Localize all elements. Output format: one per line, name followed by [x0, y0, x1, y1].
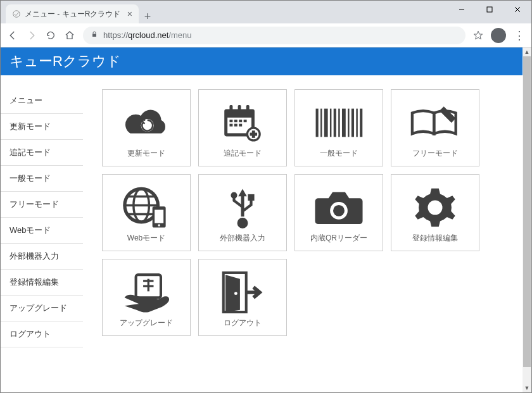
tile-label: 更新モード: [127, 148, 165, 159]
svg-point-47: [333, 204, 345, 216]
bookmark-star-icon[interactable]: [473, 30, 483, 41]
sidebar-item-edit-registration[interactable]: 登録情報編集: [1, 270, 83, 296]
sidebar-item-append-mode[interactable]: 追記モード: [1, 140, 83, 166]
svg-rect-24: [320, 108, 322, 137]
tile-upgrade[interactable]: アップグレード: [102, 259, 191, 336]
main-panel: 更新モード 追記モード 一般モード: [83, 75, 495, 347]
url-scheme: https://: [103, 30, 128, 40]
window-controls: [448, 1, 531, 18]
tile-edit-registration[interactable]: 登録情報編集: [391, 174, 479, 251]
globe-mobile-icon: [121, 182, 172, 233]
sidebar-item-label: 外部機器入力: [10, 251, 59, 261]
tile-label: 外部機器入力: [220, 233, 265, 244]
forward-button[interactable]: [26, 30, 37, 41]
minimize-button[interactable]: [448, 1, 476, 18]
sidebar-item-update-mode[interactable]: 更新モード: [1, 114, 83, 140]
page-viewport: キューRクラウド メニュー 更新モード 追記モード 一般モード フリーモード W…: [1, 47, 531, 392]
svg-point-44: [231, 192, 237, 198]
svg-rect-26: [330, 108, 331, 137]
tile-label: フリーモード: [412, 148, 458, 159]
book-edit-icon: [408, 97, 462, 148]
tile-external-input[interactable]: 外部機器入力: [198, 174, 287, 251]
svg-rect-28: [338, 108, 339, 137]
url-host: qrcloud.net: [128, 30, 168, 40]
scroll-down-icon[interactable]: ▼: [522, 384, 531, 392]
maximize-button[interactable]: [476, 1, 504, 18]
svg-rect-45: [248, 194, 254, 200]
tab-title: メニュー - キューRクラウド: [25, 9, 124, 20]
url-text: https://qrcloud.net/menu: [103, 30, 192, 40]
gear-icon: [412, 182, 458, 233]
tab-bar: メニュー - キューRクラウド × +: [1, 1, 531, 23]
tile-label: 登録情報編集: [412, 233, 458, 244]
svg-rect-30: [348, 108, 349, 137]
new-tab-button[interactable]: +: [139, 10, 156, 23]
sidebar-item-logout[interactable]: ログアウト: [1, 321, 83, 347]
tile-label: ログアウト: [224, 318, 262, 328]
hand-money-icon: [120, 267, 172, 318]
tile-web-mode[interactable]: Webモード: [102, 174, 191, 251]
tile-label: 一般モード: [320, 148, 358, 159]
sidebar-item-external-input[interactable]: 外部機器入力: [1, 244, 83, 270]
svg-rect-9: [229, 105, 232, 113]
sidebar-item-menu[interactable]: メニュー: [1, 88, 83, 114]
sidebar-item-label: アップグレード: [10, 303, 67, 313]
reload-button[interactable]: [45, 30, 56, 41]
home-button[interactable]: [64, 30, 75, 41]
svg-rect-18: [239, 123, 242, 126]
sidebar-item-upgrade[interactable]: アップグレード: [1, 296, 83, 321]
svg-rect-15: [244, 120, 247, 122]
browser-tab[interactable]: メニュー - キューRクラウド ×: [6, 4, 139, 23]
sidebar-item-label: 更新モード: [10, 122, 51, 131]
calendar-add-icon: [219, 97, 266, 148]
svg-rect-17: [234, 123, 238, 126]
scrollbar-thumb[interactable]: [523, 56, 531, 367]
app-title: キューRクラウド: [10, 52, 121, 71]
svg-rect-29: [342, 108, 346, 137]
url-path: /menu: [168, 30, 191, 40]
back-button[interactable]: [7, 30, 18, 41]
sidebar-item-label: フリーモード: [10, 199, 59, 209]
sidebar-item-web-mode[interactable]: Webモード: [1, 218, 83, 244]
tile-general-mode[interactable]: 一般モード: [294, 89, 383, 166]
tile-append-mode[interactable]: 追記モード: [198, 89, 287, 166]
cloud-refresh-icon: [120, 97, 173, 148]
svg-point-0: [13, 11, 20, 18]
svg-point-43: [238, 218, 248, 228]
tab-close-icon[interactable]: ×: [127, 9, 132, 19]
sidebar-item-label: 登録情報編集: [10, 277, 59, 287]
content-area: メニュー 更新モード 追記モード 一般モード フリーモード Webモード 外部機…: [1, 75, 531, 347]
sidebar-item-label: 追記モード: [10, 147, 51, 157]
sidebar-item-free-mode[interactable]: フリーモード: [1, 192, 83, 218]
barcode-icon: [312, 97, 365, 148]
browser-menu-icon[interactable]: ⋮: [514, 28, 525, 42]
tile-update-mode[interactable]: 更新モード: [102, 89, 191, 166]
sidebar-item-label: 一般モード: [10, 173, 51, 183]
scroll-up-icon[interactable]: ▲: [522, 47, 531, 56]
exit-icon: [219, 267, 266, 318]
svg-rect-13: [234, 120, 238, 122]
sidebar-item-label: メニュー: [10, 96, 42, 105]
sidebar: メニュー 更新モード 追記モード 一般モード フリーモード Webモード 外部機…: [1, 75, 83, 347]
vertical-scrollbar[interactable]: ▲ ▼: [522, 47, 531, 392]
tile-label: 追記モード: [224, 148, 262, 159]
tile-logout[interactable]: ログアウト: [198, 259, 287, 336]
usb-icon: [224, 182, 262, 233]
sidebar-item-general-mode[interactable]: 一般モード: [1, 166, 83, 192]
profile-avatar-icon[interactable]: [491, 28, 506, 43]
tile-free-mode[interactable]: フリーモード: [391, 89, 479, 166]
tile-grid: 更新モード 追記モード 一般モード: [102, 89, 495, 336]
svg-rect-10: [238, 105, 241, 113]
browser-toolbar: https://qrcloud.net/menu ⋮: [1, 23, 531, 47]
svg-point-53: [234, 292, 238, 295]
svg-rect-23: [316, 108, 319, 137]
svg-rect-27: [334, 108, 336, 137]
svg-rect-2: [487, 7, 492, 12]
close-window-button[interactable]: [504, 1, 531, 18]
camera-icon: [313, 182, 365, 233]
svg-point-48: [428, 200, 442, 215]
tile-label: 内蔵QRリーダー: [310, 233, 367, 244]
tile-label: アップグレード: [120, 318, 173, 328]
address-bar[interactable]: https://qrcloud.net/menu: [83, 27, 466, 44]
tile-qr-reader[interactable]: 内蔵QRリーダー: [294, 174, 383, 251]
